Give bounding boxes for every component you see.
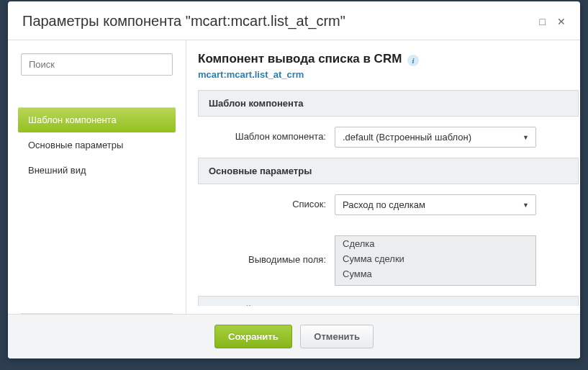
component-path: mcart:mcart.list_at_crm [198, 69, 566, 80]
form-row-template: Шаблон компонента: .default (Встроенный … [198, 117, 579, 158]
sidebar-item-label: Внешний вид [28, 165, 86, 176]
multiselect-option[interactable]: Сумма сделки [335, 251, 535, 266]
sidebar-item-label: Основные параметры [28, 140, 123, 150]
form-row-fields: Выводимые поля: Сделка Сумма сделки Сумм… [198, 225, 579, 296]
search-input[interactable] [21, 53, 173, 76]
fields-multiselect[interactable]: Сделка Сумма сделки Сумма [335, 235, 536, 286]
titlebar: Параметры компонента "mcart:mcart.list_a… [8, 1, 580, 40]
cancel-button[interactable]: Отменить [300, 325, 374, 348]
dialog-title: Параметры компонента "mcart:mcart.list_a… [22, 13, 345, 30]
section-header-main-params: Основные параметры [198, 158, 579, 184]
info-icon[interactable]: i [407, 55, 419, 66]
sidebar-item-main-params[interactable]: Основные параметры [18, 132, 176, 158]
field-label: Шаблон компонента: [198, 127, 335, 142]
template-select[interactable]: .default (Встроенный шаблон) [335, 127, 536, 148]
section-header-template: Шаблон компонента [198, 90, 579, 117]
sidebar-item-appearance[interactable]: Внешний вид [18, 158, 176, 183]
dialog-window: Параметры компонента "mcart:mcart.list_a… [8, 1, 580, 358]
field-label: Список: [198, 194, 335, 209]
sidebar-item-template[interactable]: Шаблон компонента [18, 107, 176, 132]
save-button[interactable]: Сохранить [214, 325, 292, 348]
sidebar-item-label: Шаблон компонента [28, 114, 117, 125]
close-icon[interactable]: ✕ [557, 17, 566, 27]
multiselect-option[interactable]: Сделка [335, 236, 535, 251]
main-panel: Компонент вывода списка в CRM i mcart:mc… [186, 40, 580, 314]
content-area: Шаблон компонента Основные параметры Вне… [8, 40, 580, 314]
dialog-footer: Сохранить Отменить [8, 314, 580, 358]
sidebar: Шаблон компонента Основные параметры Вне… [8, 40, 186, 314]
sidebar-nav: Шаблон компонента Основные параметры Вне… [18, 107, 176, 183]
main-header: Компонент вывода списка в CRM i mcart:mc… [198, 52, 579, 90]
window-controls: □ ✕ [540, 17, 566, 27]
component-title: Компонент вывода списка в CRM [198, 52, 402, 66]
list-select[interactable]: Расход по сделкам [335, 194, 536, 215]
multiselect-option[interactable]: Сумма [335, 266, 535, 281]
field-label: Выводимые поля: [198, 235, 335, 265]
maximize-icon[interactable]: □ [540, 17, 546, 27]
sidebar-divider [21, 313, 173, 314]
section-header-appearance: Внешний вид [198, 296, 579, 306]
form-row-list: Список: Расход по сделкам [198, 184, 579, 225]
form-scroll-area[interactable]: Шаблон компонента Шаблон компонента: .de… [198, 90, 579, 306]
